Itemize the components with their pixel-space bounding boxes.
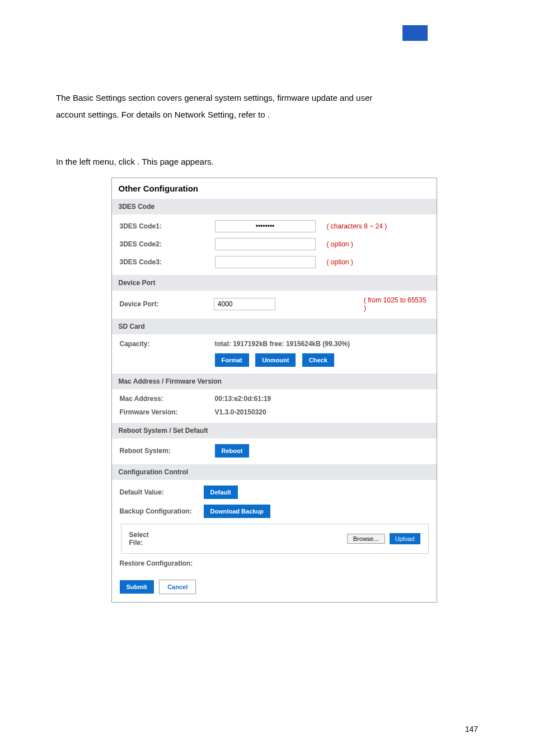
backup-config-label: Backup Configuration: bbox=[120, 507, 204, 515]
decorative-square bbox=[402, 25, 428, 41]
intro-line2b: . bbox=[268, 110, 270, 119]
capacity-label: Capacity: bbox=[120, 340, 215, 348]
3des-code2-label: 3DES Code2: bbox=[120, 240, 215, 248]
check-button[interactable]: Check bbox=[302, 353, 334, 367]
unmount-button[interactable]: Unmount bbox=[255, 353, 296, 367]
section-mac-header: Mac Address / Firmware Version bbox=[112, 374, 437, 389]
reboot-system-label: Reboot System: bbox=[120, 447, 215, 455]
3des-code3-input[interactable] bbox=[215, 256, 316, 268]
3des-code1-note: ( characters 8 ~ 24 ) bbox=[327, 222, 387, 230]
device-port-input[interactable] bbox=[214, 298, 275, 310]
3des-code1-label: 3DES Code1: bbox=[120, 222, 215, 230]
instruction-b: . This page appears. bbox=[137, 157, 213, 166]
default-value-label: Default Value: bbox=[120, 488, 204, 496]
submit-button[interactable]: Submit bbox=[120, 580, 154, 594]
3des-code2-note: ( option ) bbox=[327, 240, 353, 248]
select-file-label: Select File: bbox=[129, 531, 163, 547]
restore-file-box: Select File: Browse... Upload bbox=[121, 524, 429, 554]
browse-button[interactable]: Browse... bbox=[347, 534, 385, 544]
reboot-button[interactable]: Reboot bbox=[215, 444, 250, 458]
instruction-line: In the left menu, click . This page appe… bbox=[56, 157, 492, 166]
mac-address-value: 00:13:e2:0d:61:19 bbox=[215, 395, 271, 403]
firmware-version-label: Firmware Version: bbox=[120, 408, 215, 416]
firmware-version-value: V1.3.0-20150320 bbox=[215, 408, 266, 416]
intro-paragraph: The Basic Settings section covers genera… bbox=[56, 90, 492, 123]
instruction-a: In the left menu, click bbox=[56, 157, 137, 166]
restore-config-label: Restore Configuration: bbox=[120, 559, 204, 567]
section-config-header: Configuration Control bbox=[112, 464, 437, 480]
capacity-info: total: 1917192kB free: 1915624kB (99.30%… bbox=[215, 340, 430, 348]
panel-title: Other Configuration bbox=[112, 178, 437, 199]
section-reboot-header: Reboot System / Set Default bbox=[112, 423, 437, 438]
download-backup-button[interactable]: Download Backup bbox=[204, 505, 270, 518]
default-button[interactable]: Default bbox=[204, 486, 238, 499]
3des-code1-input[interactable] bbox=[215, 220, 316, 232]
section-port-header: Device Port bbox=[112, 275, 437, 291]
intro-line2a: account settings. For details on Network… bbox=[56, 110, 268, 119]
cancel-button[interactable]: Cancel bbox=[159, 580, 196, 594]
3des-code3-note: ( option ) bbox=[327, 258, 353, 266]
page-number: 147 bbox=[465, 725, 478, 734]
intro-line1: The Basic Settings section covers genera… bbox=[56, 93, 372, 102]
other-configuration-panel: Other Configuration 3DES Code 3DES Code1… bbox=[111, 178, 437, 603]
section-3des-header: 3DES Code bbox=[112, 199, 437, 214]
3des-code3-label: 3DES Code3: bbox=[120, 258, 215, 266]
format-button[interactable]: Format bbox=[215, 353, 249, 367]
device-port-note: ( from 1025 to 65535 ) bbox=[364, 296, 430, 312]
mac-address-label: Mac Address: bbox=[120, 395, 215, 403]
upload-button[interactable]: Upload bbox=[390, 533, 420, 544]
section-sd-header: SD Card bbox=[112, 319, 437, 334]
3des-code2-input[interactable] bbox=[215, 238, 316, 250]
device-port-label: Device Port: bbox=[120, 300, 214, 308]
